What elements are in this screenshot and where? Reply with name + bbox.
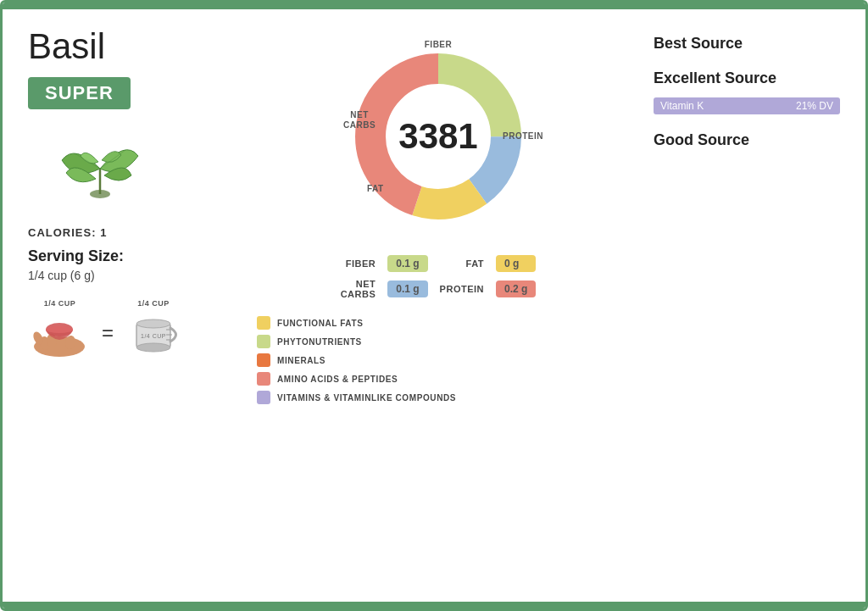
svg-text:1/4 CUP: 1/4 CUP [141,333,166,339]
donut-chart: 3381 FIBER NETCARBS FAT PROTEIN [337,35,540,238]
protein-label: PROTEIN [503,131,543,142]
fiber-macro-label: FIBER [341,258,376,269]
legend-color-dot [257,391,270,404]
svg-point-10 [46,326,73,333]
legend-item: AMINO ACIDS & PEPTIDES [257,372,456,386]
serving-visual: 1/4 CUP = 1/4 CUP [28,299,223,358]
vitamin-k-name: Vitamin K [660,100,704,112]
fiber-macro-value: 0.1 g [387,255,427,272]
serving-size-desc: 1/4 cup (6 g) [28,269,223,282]
netcarbs-label: NETCARBS [343,110,376,131]
legend-item: MINERALS [257,353,456,367]
fiber-label: FIBER [425,40,453,50]
serving-hand: 1/4 CUP [28,299,92,358]
serving-size-title: Serving Size: [28,247,223,265]
legend-item-label: PHYTONUTRIENTS [277,337,362,347]
equals-sign: = [102,321,114,345]
food-image [28,118,172,211]
right-column: Best Source Excellent Source Vitamin K 2… [654,26,840,585]
best-source-section: Best Source [654,35,840,53]
good-source-section: Good Source [654,131,840,149]
legend-item: VITAMINS & VITAMINLIKE COMPOUNDS [257,391,456,404]
super-badge: SUPER [28,77,131,109]
center-column: 3381 FIBER NETCARBS FAT PROTEIN FIBER 0.… [223,26,654,585]
vitamin-k-value: 21% DV [796,100,833,112]
netcarbs-macro-label: NETCARBS [341,279,376,299]
donut-center-value: 3381 [398,116,477,157]
hand-label: 1/4 CUP [44,299,76,308]
legend-item-label: MINERALS [277,356,326,365]
netcarbs-macro-value: 0.1 g [387,281,427,297]
legend-item-label: AMINO ACIDS & PEPTIDES [277,375,398,384]
legend-item-label: FUNCTIONAL FATS [277,319,363,328]
excellent-source-section: Excellent Source Vitamin K 21% DV [654,69,840,114]
vitamin-k-row: Vitamin K 21% DV [654,97,840,114]
macro-grid: FIBER 0.1 g FAT 0 g NETCARBS 0.1 g PROTE… [341,255,537,299]
cup-label: 1/4 CUP [137,299,170,308]
legend-color-dot [257,316,270,330]
protein-macro-label: PROTEIN [440,284,484,294]
legend-color-dot [257,353,270,367]
bottom-border [3,602,865,608]
fat-label: FAT [367,184,384,194]
good-source-title: Good Source [654,131,840,149]
serving-cup: 1/4 CUP 1/4 CUP [124,299,183,358]
top-border [3,3,865,9]
legend-item-label: VITAMINS & VITAMINLIKE COMPOUNDS [277,393,456,403]
legend-color-dot [257,335,270,348]
legend-item: FUNCTIONAL FATS [257,316,456,330]
svg-point-13 [136,343,170,352]
fat-macro-label: FAT [440,258,484,269]
protein-macro-value: 0.2 g [496,281,536,297]
calories-label: CALORIES: 1 [28,226,223,239]
excellent-source-title: Excellent Source [654,69,840,87]
legend: FUNCTIONAL FATSPHYTONUTRIENTSMINERALSAMI… [257,316,456,404]
fat-macro-value: 0 g [496,255,536,272]
best-source-title: Best Source [654,35,840,53]
left-column: Basil SUPER [28,26,223,585]
legend-color-dot [257,372,270,386]
svg-point-12 [136,319,170,328]
legend-item: PHYTONUTRIENTS [257,335,456,348]
food-title: Basil [28,26,223,67]
